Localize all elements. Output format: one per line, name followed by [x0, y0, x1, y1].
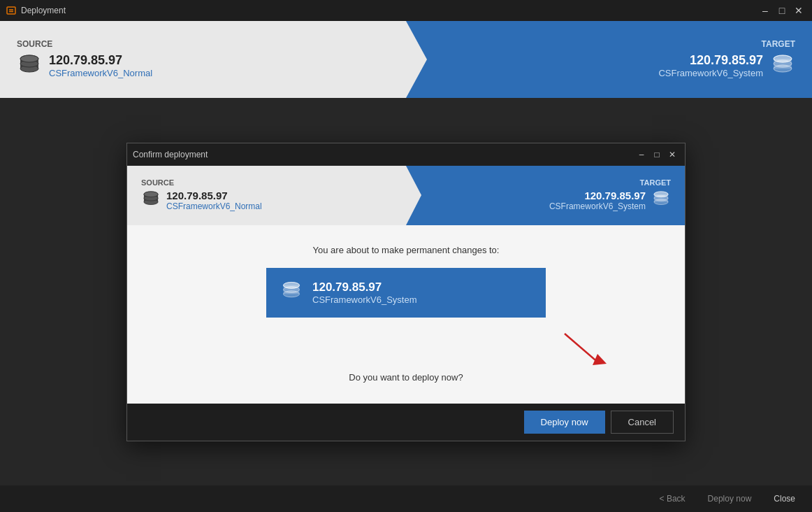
target-box-name: CSFrameworkV6_System: [312, 294, 417, 305]
modal-target-db-icon: [651, 189, 671, 213]
modal-source-name: CSFrameworkV6_Normal: [166, 201, 262, 211]
source-name: CSFrameworkV6_Normal: [49, 68, 152, 78]
cancel-button[interactable]: Cancel: [611, 411, 674, 434]
svg-point-27: [283, 282, 299, 288]
modal-header: Source 120.79.85.97: [127, 166, 685, 225]
modal-titlebar: Confirm deployment – □ ✕: [127, 143, 685, 166]
bottom-bar: < Back Deploy now Close: [0, 485, 812, 512]
svg-point-7: [20, 55, 38, 62]
svg-point-22: [654, 191, 668, 197]
target-db-info: 120.79.85.97 CSFrameworkV6_System: [658, 53, 763, 78]
target-ip: 120.79.85.97: [658, 53, 763, 68]
modal-source-db-info: 120.79.85.97 CSFrameworkV6_Normal: [166, 190, 262, 211]
modal-dialog: Confirm deployment – □ ✕ Source: [126, 143, 686, 441]
title-bar-left: Deployment: [6, 5, 66, 16]
modal-target-name: CSFrameworkV6_System: [549, 201, 646, 211]
modal-overlay: Confirm deployment – □ ✕ Source: [0, 98, 812, 485]
svg-point-17: [144, 191, 158, 197]
app-icon: [6, 5, 17, 16]
source-db-info: 120.79.85.97 CSFrameworkV6_Normal: [49, 53, 152, 78]
modal-target-db-info: 120.79.85.97 CSFrameworkV6_System: [549, 190, 646, 211]
deploy-now-button[interactable]: Deploy now: [524, 411, 605, 434]
bottom-close-button[interactable]: Close: [768, 491, 801, 506]
modal-maximize-button[interactable]: □: [650, 148, 664, 162]
arrow-svg: [554, 330, 610, 369]
target-confirmation-box: 120.79.85.97 CSFrameworkV6_System: [266, 268, 546, 318]
modal-close-button[interactable]: ✕: [665, 148, 679, 162]
target-box-ip: 120.79.85.97: [312, 280, 417, 294]
modal-target-db-row: 120.79.85.97 CSFrameworkV6_System: [549, 189, 671, 213]
modal-target-ip: 120.79.85.97: [549, 190, 646, 201]
modal-footer: Deploy now Cancel: [127, 404, 685, 441]
modal-source-db-icon: [141, 189, 161, 213]
window-controls: – □ ✕: [757, 3, 806, 18]
content-area: Confirm deployment – □ ✕ Source: [0, 98, 812, 485]
main-header: Source 120.79.85.97 CSFrameworkV6_Normal…: [0, 21, 812, 98]
modal-controls: – □ ✕: [635, 148, 679, 162]
modal-title: Confirm deployment: [133, 150, 208, 159]
modal-message-top: You are about to make permanent changes …: [313, 245, 500, 255]
maximize-button[interactable]: □: [774, 3, 790, 18]
target-db-row: 120.79.85.97 CSFrameworkV6_System: [658, 52, 795, 80]
close-button[interactable]: ✕: [791, 3, 806, 18]
target-db-icon: [770, 52, 795, 80]
source-label: Source: [17, 39, 389, 49]
target-label: Target: [762, 39, 795, 49]
source-db-icon: [17, 52, 42, 80]
arrow-area: [150, 337, 662, 372]
modal-source-ip: 120.79.85.97: [166, 190, 262, 201]
svg-point-12: [774, 55, 792, 62]
modal-source-db-row: 120.79.85.97 CSFrameworkV6_Normal: [141, 189, 392, 213]
modal-source-label: Source: [141, 178, 392, 187]
main-target-panel: Target 120.79.85.97 CSFrameworkV6_System: [406, 21, 812, 98]
target-box-db-icon: [280, 278, 303, 308]
bottom-deploy-button[interactable]: Deploy now: [702, 491, 757, 506]
modal-message-bottom: Do you want to deploy now?: [349, 372, 463, 383]
back-button[interactable]: < Back: [654, 491, 691, 506]
main-source-panel: Source 120.79.85.97 CSFrameworkV6_Normal: [0, 21, 406, 98]
modal-target-label: Target: [640, 178, 671, 187]
modal-source-panel: Source 120.79.85.97: [127, 166, 406, 225]
modal-minimize-button[interactable]: –: [635, 148, 648, 162]
source-db-row: 120.79.85.97 CSFrameworkV6_Normal: [17, 52, 389, 80]
source-ip: 120.79.85.97: [49, 53, 152, 68]
modal-body: You are about to make permanent changes …: [127, 225, 685, 404]
app-title: Deployment: [21, 6, 66, 15]
title-bar: Deployment – □ ✕: [0, 0, 812, 21]
target-name: CSFrameworkV6_System: [658, 68, 763, 78]
modal-target-panel: Target 120.79.85.97: [406, 166, 685, 225]
minimize-button[interactable]: –: [757, 3, 773, 18]
svg-line-28: [565, 334, 600, 364]
target-box-info: 120.79.85.97 CSFrameworkV6_System: [312, 280, 417, 305]
svg-rect-0: [7, 7, 15, 14]
